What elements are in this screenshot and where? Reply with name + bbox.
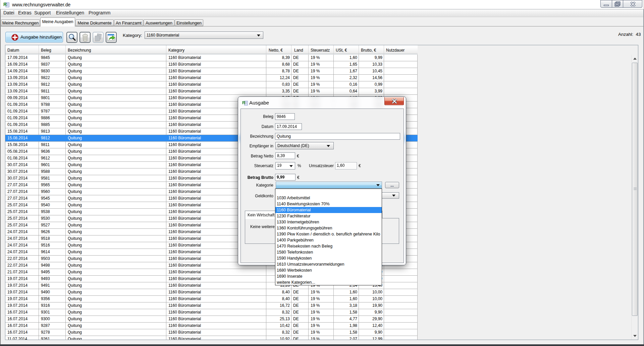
svg-text:R: R (3, 2, 7, 7)
svg-text:R: R (242, 100, 246, 105)
